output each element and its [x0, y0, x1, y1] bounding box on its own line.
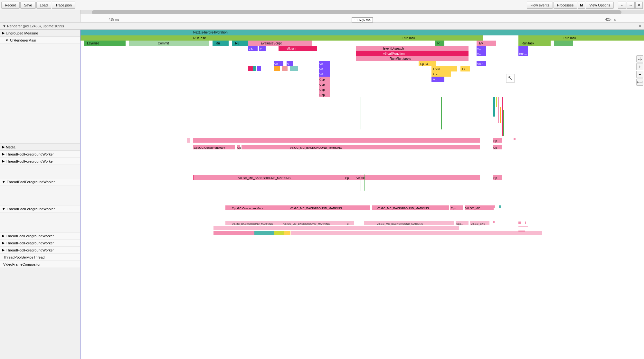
zoom-in-button[interactable]: +	[636, 63, 643, 70]
svg-text:Cp: Cp	[493, 146, 497, 149]
run-task-bar-1[interactable]	[80, 35, 354, 41]
thread-pool-5-label: ThreadPoolForegroundWorker	[6, 234, 54, 238]
ru1-bar[interactable]	[213, 41, 229, 46]
tp-row7-long[interactable]	[291, 231, 542, 235]
flow-events-button[interactable]: Flow events	[527, 2, 553, 9]
tp-row4-cp[interactable]	[364, 205, 370, 210]
svg-text:v...: v...	[477, 52, 481, 55]
thread-pool-3-label: ThreadPoolForegroundWorker	[7, 180, 55, 184]
info-bar: ▼ Renderer (pid 12463), uptime:1099s ✕	[0, 23, 644, 30]
ungrouped-expand-icon[interactable]: ▶	[2, 31, 5, 35]
svg-text:Run...: Run...	[519, 52, 527, 55]
thread-pool-2-label: ThreadPoolForegroundWorker	[6, 159, 54, 163]
tch-bar[interactable]	[554, 41, 573, 46]
cr-renderer-label: CrRendererMain	[10, 38, 36, 42]
thread-pool-1-expand[interactable]: ▶	[2, 152, 5, 156]
right-green-2	[503, 110, 504, 136]
thread-pool-3-track	[0, 185, 80, 205]
tp-row7-lime[interactable]	[274, 231, 284, 235]
event-dispatch-bar[interactable]	[356, 46, 469, 51]
run-microtasks-bar[interactable]	[356, 56, 469, 61]
ruler: 415 ms 420 ms 425 ms 11.676 ms	[80, 10, 644, 22]
m-button[interactable]: M	[578, 2, 585, 9]
svg-text:CppGC.ConcurrentMark: CppGC.ConcurrentMark	[232, 207, 263, 210]
right-red-1	[502, 97, 503, 136]
load-button[interactable]: Load	[36, 2, 51, 9]
cursor-tool[interactable]: ⊹	[636, 55, 643, 62]
main-area: 415 ms 420 ms 425 ms 11.676 ms ▼ Rendere…	[0, 10, 644, 359]
fit-button[interactable]: ⊢⊣	[636, 79, 643, 86]
svg-text:Cpp: Cpp	[319, 93, 325, 97]
ruler-label-left: 415 ms	[109, 18, 119, 21]
tp-row3-bg[interactable]	[193, 175, 480, 180]
v8-run-label: v8.run	[287, 47, 296, 50]
svg-text:V: V	[260, 47, 262, 50]
svg-text:V8.GC...: V8.GC...	[356, 176, 368, 180]
video-compositor-label: VideoFrameCompositor	[3, 262, 41, 266]
ru2-label: Ru	[235, 42, 239, 45]
svg-text:V8: V8	[319, 62, 323, 66]
run-task-bar-3[interactable]	[518, 35, 644, 41]
ru2-bar[interactable]	[232, 41, 248, 46]
v8-run-bar[interactable]	[279, 46, 317, 51]
v8-call-function-bar[interactable]	[356, 51, 469, 56]
thread-pool-6-expand[interactable]: ▶	[2, 241, 5, 245]
cr-renderer-track-area	[0, 44, 80, 144]
scroll-thumb[interactable]	[92, 10, 621, 14]
thread-pool-7-expand[interactable]: ▶	[2, 248, 5, 252]
scattered-5	[282, 66, 288, 71]
svg-text:V8.: V8.	[249, 47, 253, 50]
cr-renderer-expand-icon[interactable]: ▼	[5, 38, 9, 42]
run-task-bar-2[interactable]	[354, 35, 483, 41]
svg-text:V8: V8	[319, 73, 323, 76]
trace-json-button[interactable]: Trace.json	[52, 2, 75, 9]
ru1-label: Ru	[216, 42, 220, 45]
save-button[interactable]: Save	[20, 2, 35, 9]
processes-button[interactable]: Processes	[554, 2, 577, 9]
thread-pool-7-header: ▶ ThreadPoolForegroundWorker	[0, 247, 80, 254]
nav-back-button[interactable]: ←	[618, 2, 626, 9]
thread-pool-4-track	[0, 213, 80, 232]
svg-text:Cpp: Cpp	[319, 83, 325, 86]
tp-bg-marking-1[interactable]	[193, 138, 480, 143]
nav-close-button[interactable]: ✕	[635, 2, 643, 9]
tp-row7-yellow[interactable]	[284, 231, 290, 235]
thread-pool-5-expand[interactable]: ▶	[2, 234, 5, 238]
thread-pool-4-expand[interactable]: ▼	[2, 207, 5, 211]
thread-pool-3-expand[interactable]: ▼	[2, 180, 5, 184]
cursor-icon-display: ↖	[508, 75, 513, 81]
commit-bar[interactable]	[129, 41, 209, 46]
thread-pool-4-label: ThreadPoolForegroundWorker	[7, 207, 55, 211]
scattered-4	[274, 66, 280, 71]
thread-service-header: ThreadPoolServiceThread	[0, 254, 80, 261]
toolbar: Record Save Load Trace.json Flow events …	[0, 0, 644, 10]
svg-text:Cp: Cp	[237, 146, 241, 149]
svg-text:V8.: V8.	[274, 62, 279, 66]
tp-row7-teal[interactable]	[254, 231, 274, 235]
bg-marking-long[interactable]	[242, 145, 480, 149]
r-label: R	[437, 42, 440, 45]
thread-pool-2-expand[interactable]: ▶	[2, 159, 5, 163]
right-orange-1	[500, 107, 501, 123]
media-expand-icon[interactable]: ▶	[2, 145, 5, 149]
run-task-label-3: RunTask	[564, 36, 576, 40]
tp-row6-2[interactable]	[362, 226, 459, 230]
green-vert-1	[361, 97, 361, 129]
svg-text:V: V	[287, 62, 289, 66]
right-dot-1	[518, 222, 521, 224]
svg-text:v...: v...	[477, 47, 481, 50]
record-button[interactable]: Record	[1, 2, 20, 9]
info-bar-close[interactable]: ✕	[639, 24, 641, 28]
nav-forward-button[interactable]: →	[627, 2, 635, 9]
scroll-bar[interactable]	[80, 10, 644, 14]
cr-renderer-main-header: ▼ CrRendererMain	[0, 37, 80, 44]
v8-right-2[interactable]	[518, 46, 528, 51]
toolbar-right: Flow events Processes M View Options ← →…	[527, 2, 643, 9]
next-js-bar[interactable]	[80, 30, 644, 35]
green-vert-3	[361, 175, 361, 191]
thread-pool-5-header: ▶ ThreadPoolForegroundWorker	[0, 232, 80, 240]
zoom-out-button[interactable]: −	[636, 71, 643, 78]
thread-service-label: ThreadPoolServiceThread	[3, 255, 44, 259]
view-options-button[interactable]: View Options	[586, 2, 614, 9]
ungrouped-label: Ungrouped Measure	[6, 31, 38, 35]
